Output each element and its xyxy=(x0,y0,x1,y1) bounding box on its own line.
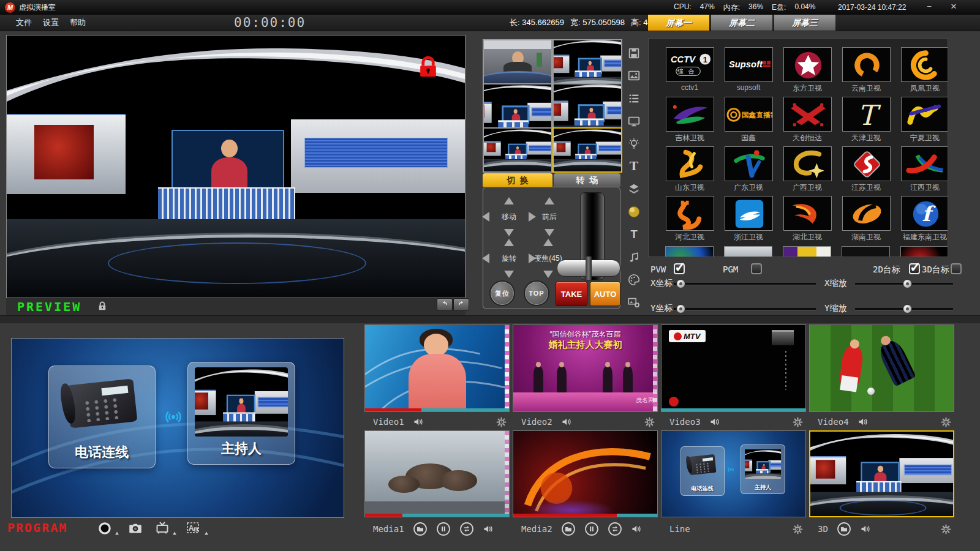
channel-logo-hebei[interactable]: 河北卫视 xyxy=(660,196,719,242)
menu-help[interactable]: 帮助 xyxy=(62,15,93,31)
gear-icon[interactable] xyxy=(940,523,952,535)
checkbox-2D台标-checked[interactable] xyxy=(909,263,920,274)
channel-logo-jilin[interactable]: 吉林卫视 xyxy=(660,97,719,143)
tab-switch[interactable]: 切换 xyxy=(483,173,552,187)
picture-gear-icon[interactable] xyxy=(626,294,642,310)
slider-track-X坐标[interactable] xyxy=(674,283,816,285)
channel-logo-partial[interactable] xyxy=(724,246,772,257)
layers-icon[interactable] xyxy=(626,181,642,197)
channel-logo-partial[interactable] xyxy=(842,246,890,257)
source-thumb-Media2[interactable] xyxy=(513,430,658,517)
speaker-icon[interactable] xyxy=(631,523,643,535)
bulb-icon[interactable] xyxy=(626,136,642,152)
text-serif-icon[interactable]: T xyxy=(626,159,642,174)
speaker-icon[interactable] xyxy=(561,416,573,428)
folder-icon[interactable] xyxy=(837,522,851,536)
checkbox-PVW-checked[interactable] xyxy=(674,263,685,274)
slider-track-Y坐标[interactable] xyxy=(674,308,816,310)
gear-icon[interactable] xyxy=(792,416,804,428)
channel-logo-partial[interactable] xyxy=(665,246,714,257)
channel-logo-supsoft[interactable]: Supsoftsupsoft xyxy=(719,47,778,92)
tab-transition[interactable]: 转场 xyxy=(554,173,620,187)
top-button[interactable]: TOP xyxy=(524,280,549,306)
slider-track-Y缩放[interactable] xyxy=(855,308,953,310)
record-button[interactable] xyxy=(97,520,113,536)
slider-handle-X坐标[interactable] xyxy=(676,279,685,288)
channel-logo-cctv1[interactable]: CCTV1综合cctv1 xyxy=(660,47,719,92)
channel-logo-partial[interactable] xyxy=(783,246,831,257)
monitor-icon[interactable] xyxy=(626,113,642,129)
arrow-up-icon[interactable] xyxy=(545,197,554,204)
loop-icon[interactable] xyxy=(608,522,622,536)
slider-track-X缩放[interactable] xyxy=(855,283,953,285)
gear-icon[interactable] xyxy=(940,416,952,428)
channel-logo-hunan[interactable]: 湖南卫视 xyxy=(837,196,895,242)
scene-thumbnail-3[interactable] xyxy=(483,83,552,129)
reset-button[interactable]: 复位 xyxy=(489,280,515,306)
arrow-left-icon[interactable] xyxy=(482,212,489,222)
checkbox-PGM-unchecked[interactable] xyxy=(751,263,762,274)
source-thumb-Video2[interactable]: “国信创谷杯”茂名百届婚礼主持人大赛初茂名网 xyxy=(513,324,658,412)
progress-bar[interactable] xyxy=(662,408,805,411)
channel-logo-fujian[interactable]: f福建东南卫视 xyxy=(895,196,948,242)
source-thumb-Video3[interactable]: MTV xyxy=(661,324,806,412)
pad-move[interactable]: 移动 xyxy=(489,198,529,235)
channel-logo-guangdong[interactable]: 广东卫视 xyxy=(719,146,778,193)
redo-button[interactable] xyxy=(453,298,469,311)
progress-bar[interactable] xyxy=(365,408,509,411)
small-lock-icon[interactable] xyxy=(97,301,108,312)
image-icon[interactable] xyxy=(626,68,642,84)
ab-text-button[interactable]: AB xyxy=(186,520,202,536)
undo-button[interactable] xyxy=(437,298,453,311)
arrow-up-icon[interactable] xyxy=(504,239,514,246)
pad-rotate[interactable]: 旋转 xyxy=(489,240,529,277)
tv-dropdown[interactable] xyxy=(172,528,179,535)
palette-icon[interactable] xyxy=(626,272,642,288)
arrow-down-icon[interactable] xyxy=(504,229,514,236)
music-icon[interactable] xyxy=(626,249,642,265)
pad-depth[interactable]: 前后 xyxy=(530,198,569,235)
progress-bar[interactable] xyxy=(365,514,509,517)
speaker-icon[interactable] xyxy=(483,523,495,535)
tab-screen-2[interactable]: 屏幕二 xyxy=(711,15,772,31)
folder-icon[interactable] xyxy=(413,522,428,536)
preview-viewport[interactable] xyxy=(6,35,466,298)
arrow-down-icon[interactable] xyxy=(545,229,554,236)
channel-logo-zhejiang[interactable]: 浙江卫视 xyxy=(719,196,778,242)
save-icon[interactable] xyxy=(626,45,642,61)
program-viewport[interactable]: 电话连线主持人 xyxy=(11,338,344,518)
snapshot-button[interactable] xyxy=(127,520,143,536)
speaker-icon[interactable] xyxy=(858,416,870,428)
speaker-icon[interactable] xyxy=(709,416,722,428)
channel-logo-ningxia[interactable]: 宁夏卫视 xyxy=(895,97,948,143)
sphere-icon[interactable] xyxy=(626,204,642,220)
menu-settings[interactable]: 设置 xyxy=(36,15,66,31)
gear-icon[interactable] xyxy=(496,416,507,428)
menu-file[interactable]: 文件 xyxy=(9,15,39,31)
tab-screen-1[interactable]: 屏幕一 xyxy=(648,15,709,31)
channel-logo-yunnan[interactable]: 云南卫视 xyxy=(837,47,895,94)
speaker-icon[interactable] xyxy=(860,523,872,535)
gear-icon[interactable] xyxy=(792,523,804,535)
channel-logo-shandong[interactable]: 山东卫视 xyxy=(660,146,719,193)
channel-logo-dongfang[interactable]: 东方卫视 xyxy=(778,47,837,94)
arrow-left-icon[interactable] xyxy=(482,253,489,263)
minimize-button[interactable]: – xyxy=(920,0,938,13)
text-icon[interactable]: T xyxy=(626,227,642,242)
source-thumb-Line[interactable]: 电话连线主持人 xyxy=(661,430,806,517)
slider-handle-Y坐标[interactable] xyxy=(676,304,685,313)
tbar-handle[interactable] xyxy=(557,260,620,277)
channel-logo-tianjin[interactable]: T天津卫视 xyxy=(837,97,895,143)
progress-bar[interactable] xyxy=(513,514,657,517)
arrow-down-icon[interactable] xyxy=(504,271,514,278)
source-thumb-3D[interactable] xyxy=(809,430,954,517)
record-dropdown[interactable] xyxy=(114,528,121,535)
loop-icon[interactable] xyxy=(459,522,474,536)
channel-logo-hubei[interactable]: 湖北卫视 xyxy=(778,196,837,242)
folder-icon[interactable] xyxy=(561,522,576,536)
channel-logo-guangxi[interactable]: 广西卫视 xyxy=(778,146,837,193)
scene-thumbnail-4[interactable] xyxy=(552,83,622,129)
scene-thumbnail-6-selected[interactable] xyxy=(552,127,622,173)
scene-thumbnail-5[interactable] xyxy=(483,127,552,173)
ab-dropdown[interactable] xyxy=(203,528,211,535)
